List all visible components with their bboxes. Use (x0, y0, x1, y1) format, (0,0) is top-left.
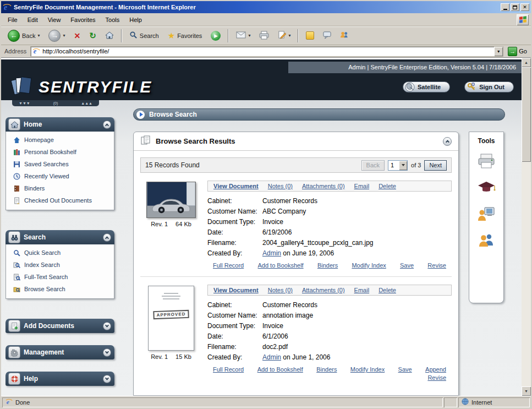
menu-file[interactable]: File (3, 15, 22, 25)
sidebar-header-search[interactable]: Search (6, 230, 114, 244)
menu-edit[interactable]: Edit (23, 15, 42, 25)
messenger-button[interactable] (303, 30, 317, 41)
add-to-bookshelf-link[interactable]: Add to Bookshelf (257, 366, 303, 373)
email-link[interactable]: Email (354, 183, 370, 189)
page-select[interactable]: 1 (388, 160, 408, 171)
full-record-link[interactable]: Full Record (213, 262, 244, 269)
expand-section-button[interactable] (103, 322, 111, 330)
favorites-button[interactable]: ★ Favorites (164, 29, 206, 42)
menu-favorites[interactable]: Favorites (66, 15, 100, 25)
sidebar-item-binders[interactable]: Binders (6, 182, 114, 194)
sidebar-item-checked-out-documents[interactable]: Checked Out Documents (6, 194, 114, 206)
support-tool-button[interactable] (476, 206, 496, 224)
sidebar-item-index-search[interactable]: Index Search (6, 259, 114, 271)
mail-button[interactable]: ▾ (233, 30, 254, 41)
refresh-button[interactable]: ↻ (86, 29, 100, 42)
attachments-link[interactable]: Attachments (0) (302, 287, 345, 293)
maximize-button[interactable] (511, 3, 519, 11)
sidebar-item-homepage[interactable]: Homepage (6, 134, 114, 146)
print-tool-button[interactable] (476, 154, 496, 171)
sidebar-header-add-documents[interactable]: Add Documents (6, 319, 114, 333)
sidebar-item-saved-searches[interactable]: Saved Searches (6, 158, 114, 170)
expand-all-icon[interactable]: ▲▲▲ (81, 100, 92, 106)
next-page-button[interactable]: Next (424, 160, 447, 171)
attachments-link[interactable]: Attachments (0) (302, 183, 345, 189)
full-record-link[interactable]: Full Record (213, 366, 244, 373)
forward-button[interactable]: → ▾ (45, 28, 68, 43)
minimize-button[interactable] (501, 3, 509, 11)
binders-link[interactable]: Binders (316, 366, 337, 373)
scrollbar-thumb[interactable] (522, 67, 531, 162)
view-document-link[interactable]: View Document (213, 287, 259, 293)
address-input[interactable]: e http://localhost/sentryfile/ ▼ (30, 46, 503, 57)
menu-view[interactable]: View (43, 15, 65, 25)
sidebar-item-quick-search[interactable]: Quick Search (6, 247, 114, 259)
created-by-user-link[interactable]: Admin (262, 249, 281, 257)
collapse-section-button[interactable] (103, 233, 111, 242)
sidebar-item-full-text-search[interactable]: Full-Text Search (6, 271, 114, 283)
modify-index-link[interactable]: Modify Index (350, 366, 385, 373)
save-link[interactable]: Save (398, 366, 412, 373)
created-by-user-link[interactable]: Admin (262, 353, 281, 361)
stop-icon: ✕ (74, 31, 81, 40)
document-thumbnail[interactable]: APPROVED (148, 286, 194, 351)
address-dropdown-button[interactable]: ▼ (494, 47, 503, 56)
collapse-all-icon[interactable]: ▼▼▼ (19, 100, 30, 106)
sidebar-header-management[interactable]: Management (6, 345, 114, 359)
sidebar-navigation: Home Homepage Personal Bookshelf Saved S… (6, 117, 114, 386)
sidebar-header-home[interactable]: Home (6, 117, 114, 132)
back-page-button[interactable]: Back (361, 160, 385, 171)
menu-tools[interactable]: Tools (101, 15, 124, 25)
search-button[interactable]: Search (126, 29, 162, 42)
home-button[interactable] (102, 29, 117, 42)
vertical-scrollbar[interactable]: ▲ ▼ (522, 58, 531, 396)
back-button[interactable]: ← Back ▾ (4, 28, 43, 43)
revision-label: Rev. 1 (151, 353, 168, 360)
close-button[interactable]: ✕ (520, 3, 529, 11)
collapse-section-button[interactable] (103, 121, 111, 129)
email-link[interactable]: Email (354, 287, 370, 293)
modify-index-link[interactable]: Modify Index (352, 262, 386, 269)
stop-button[interactable]: ✕ (71, 30, 84, 42)
sentryfile-logo[interactable]: SENTRYFILE (10, 74, 152, 100)
document-thumbnail[interactable] (146, 182, 196, 218)
title-bar[interactable]: e SentryFile Document Management - Micro… (1, 1, 531, 13)
sidebar-header-help[interactable]: Help (6, 372, 114, 386)
append-link[interactable]: Append (425, 366, 446, 373)
save-link[interactable]: Save (400, 262, 414, 269)
revise-link[interactable]: Revise (427, 374, 446, 381)
media-button[interactable]: ▶ (207, 29, 224, 42)
expand-section-button[interactable] (103, 348, 111, 357)
revise-link[interactable]: Revise (427, 262, 446, 269)
filesize-label: 15 Kb (175, 353, 191, 360)
go-button[interactable]: → Go (506, 47, 529, 56)
sidebar-item-personal-bookshelf[interactable]: Personal Bookshelf (6, 146, 114, 158)
print-button[interactable] (256, 29, 272, 42)
menu-help[interactable]: Help (125, 15, 146, 25)
view-document-link[interactable]: View Document (213, 183, 259, 189)
delete-link[interactable]: Delete (379, 287, 396, 293)
binders-link[interactable]: Binders (317, 262, 338, 269)
scrollbar-track[interactable] (522, 67, 531, 386)
homepage-icon (13, 137, 20, 144)
users-tool-button[interactable] (476, 233, 496, 250)
add-to-bookshelf-link[interactable]: Add to Bookshelf (257, 262, 303, 269)
edit-button[interactable]: ▾ (275, 29, 294, 42)
discuss-button[interactable] (320, 29, 334, 42)
scroll-down-button[interactable]: ▼ (522, 386, 531, 396)
satellite-button[interactable]: Satellite (403, 81, 450, 92)
sidebar-item-recently-viewed[interactable]: Recently Viewed (6, 170, 114, 182)
notes-link[interactable]: Notes (0) (268, 287, 293, 293)
sidebar-collapse-controls[interactable]: ▼▼▼ (0) ▲▲▲ (12, 100, 99, 106)
expand-section-button[interactable] (103, 375, 111, 383)
collapse-panel-button[interactable] (443, 137, 452, 146)
msn-button[interactable] (337, 29, 352, 42)
scroll-up-button[interactable]: ▲ (522, 58, 531, 67)
sidebar-item-browse-search[interactable]: Browse Search (6, 283, 114, 295)
sign-out-button[interactable]: Sign Out (464, 81, 514, 92)
home-icon (8, 118, 20, 130)
delete-link[interactable]: Delete (379, 183, 396, 189)
training-tool-button[interactable] (476, 180, 496, 198)
notes-link[interactable]: Notes (0) (268, 183, 293, 189)
collapse-middle-icon[interactable]: (0) (53, 100, 58, 106)
